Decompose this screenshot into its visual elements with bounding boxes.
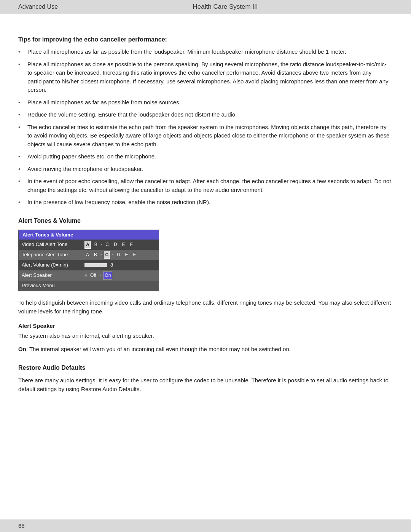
telephone-tone-label: Telephone Alert Tone xyxy=(22,251,84,259)
alert-speaker-on-desc: On: The internal speaker will warn you o… xyxy=(18,345,393,353)
tel-tone-C-selected[interactable]: C xyxy=(104,251,110,259)
page-footer: 68 xyxy=(0,519,411,532)
video-call-tone-options: A B • C D E F xyxy=(84,241,134,249)
alert-speaker-body: The system also has an internal, call al… xyxy=(18,331,393,340)
tone-C[interactable]: C xyxy=(104,241,110,249)
previous-menu-label: Previous Menu xyxy=(22,282,55,290)
bullet-text: In the presence of low frequency noise, … xyxy=(27,198,393,207)
menu-box-body: Video Call Alert Tone A B • C D E F xyxy=(19,240,159,291)
tel-tone-B[interactable]: B xyxy=(92,251,99,259)
bullet-text: Place all microphones as far as possible… xyxy=(27,48,393,56)
page-header: Advanced Use Health Care System III xyxy=(0,0,411,14)
list-item: •In the presence of low frequency noise,… xyxy=(18,198,393,207)
alert-volume-row[interactable]: Alert Volume (0=min) 8 xyxy=(19,260,159,270)
restore-body: There are many audio settings. It is eas… xyxy=(18,376,393,394)
tel-tone-F[interactable]: F xyxy=(131,251,137,259)
bullet-text: The echo canceller tries to estimate the… xyxy=(27,123,393,149)
alert-section-title: Alert Tones & Volume xyxy=(18,217,393,224)
list-item: •Place all microphones as far as possibl… xyxy=(18,98,393,107)
list-item: •Avoid putting paper sheets etc. on the … xyxy=(18,152,393,161)
bullet-text: Place all microphones as close as possib… xyxy=(27,60,393,94)
alert-description: To help distinguish between incoming vid… xyxy=(18,298,393,316)
video-call-tone-row[interactable]: Video Call Alert Tone A B • C D E F xyxy=(19,240,159,250)
page-number: 68 xyxy=(18,522,25,529)
bullet-dot: • xyxy=(18,152,25,161)
tone-A-selected[interactable]: A xyxy=(84,241,91,249)
bullet-text: Reduce the volume setting. Ensure that t… xyxy=(27,110,393,119)
dot1: • xyxy=(101,241,102,248)
bullet-dot: • xyxy=(18,98,25,107)
list-item: •Place all microphones as close as possi… xyxy=(18,60,393,94)
on-label: On xyxy=(18,346,26,352)
restore-section: Restore Audio Defaults There are many au… xyxy=(18,364,393,394)
bullet-dot: • xyxy=(18,60,25,69)
bullet-dot: • xyxy=(18,110,25,119)
alert-speaker-row[interactable]: Alert Speaker ■ Off • On xyxy=(19,270,159,281)
bullet-dot: • xyxy=(18,177,25,186)
tone-F[interactable]: F xyxy=(129,241,134,249)
header-left: Advanced Use xyxy=(18,3,58,10)
volume-bar: 8 xyxy=(84,261,113,269)
list-item: •Reduce the volume setting. Ensure that … xyxy=(18,110,393,119)
header-center: Health Care System III xyxy=(193,3,258,11)
telephone-tone-row[interactable]: Telephone Alert Tone A B • C • D E F xyxy=(19,250,159,260)
telephone-tone-options: A B • C • D E F xyxy=(84,251,137,259)
on-desc-text: : The internal speaker will warn you of … xyxy=(26,346,291,352)
previous-menu-row[interactable]: Previous Menu xyxy=(19,281,159,291)
list-item: •Avoid moving the microphone or loudspea… xyxy=(18,165,393,174)
main-content: Tips for improving the echo canceller pe… xyxy=(0,14,411,421)
volume-bar-visual xyxy=(84,263,107,267)
page: Advanced Use Health Care System III Tips… xyxy=(0,0,411,532)
dot5: • xyxy=(100,272,101,278)
alert-tones-menu[interactable]: Alert Tones & Volume Video Call Alert To… xyxy=(18,230,159,291)
bullet-dot: • xyxy=(18,198,25,207)
tel-tone-A[interactable]: A xyxy=(84,251,91,259)
tips-bullet-list: •Place all microphones as far as possibl… xyxy=(18,48,393,207)
tel-tone-D[interactable]: D xyxy=(115,251,122,259)
speaker-options: ■ Off • On xyxy=(84,272,112,280)
restore-section-title: Restore Audio Defaults xyxy=(18,364,393,371)
speaker-off[interactable]: Off xyxy=(89,272,97,279)
bullet-dot: • xyxy=(18,123,25,132)
bullet-dot: • xyxy=(18,48,25,56)
tips-section-title: Tips for improving the echo canceller pe… xyxy=(18,36,393,43)
list-item: •Place all microphones as far as possibl… xyxy=(18,48,393,56)
list-item: •In the event of poor echo cancelling, a… xyxy=(18,177,393,194)
volume-value: 8 xyxy=(110,261,113,269)
bullet-text: Avoid putting paper sheets etc. on the m… xyxy=(27,152,393,161)
video-call-tone-label: Video Call Alert Tone xyxy=(22,241,84,249)
tone-D[interactable]: D xyxy=(112,241,119,249)
menu-box-title: Alert Tones & Volume xyxy=(19,230,159,240)
dot4: ■ xyxy=(84,272,87,278)
alert-volume-label: Alert Volume (0=min) xyxy=(22,261,84,269)
tone-E[interactable]: E xyxy=(121,241,127,249)
tel-tone-E[interactable]: E xyxy=(123,251,129,259)
alert-speaker-subtitle: Alert Speaker xyxy=(18,323,393,329)
bullet-dot: • xyxy=(18,165,25,174)
bullet-text: Place all microphones as far as possible… xyxy=(27,98,393,107)
bullet-text: Avoid moving the microphone or loudspeak… xyxy=(27,165,393,174)
alert-speaker-label: Alert Speaker xyxy=(22,272,84,280)
speaker-on-selected[interactable]: On xyxy=(103,272,112,280)
alert-section: Alert Tones & Volume Alert Tones & Volum… xyxy=(18,217,393,354)
dot2: • xyxy=(100,252,102,258)
tone-B[interactable]: B xyxy=(93,241,99,249)
bullet-text: In the event of poor echo cancelling, al… xyxy=(27,177,393,194)
list-item: •The echo canceller tries to estimate th… xyxy=(18,123,393,149)
dot3: • xyxy=(112,252,113,258)
